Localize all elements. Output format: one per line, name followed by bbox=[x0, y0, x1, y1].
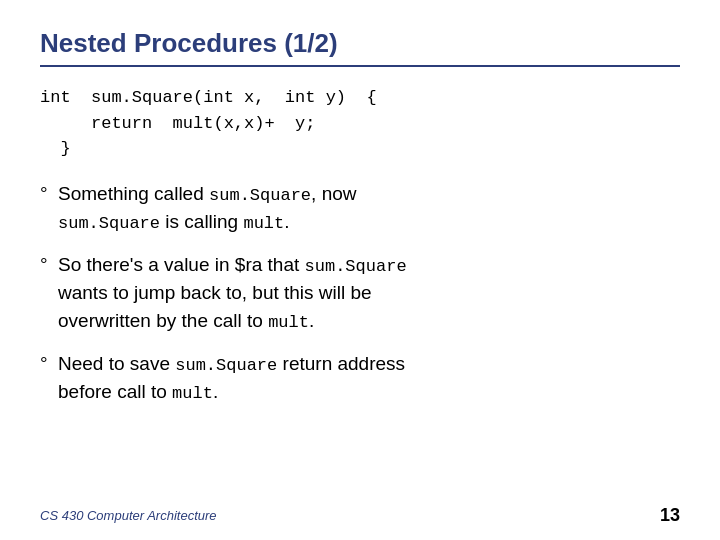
code-block: int sum.Square(int x, int y) { return mu… bbox=[40, 85, 680, 162]
bullet2-line3: overwritten by the call to mult. bbox=[58, 307, 680, 336]
title-text: Nested Procedures (1/2) bbox=[40, 28, 338, 58]
bullet2-line2: wants to jump back to, but this will be bbox=[58, 279, 680, 307]
bullet-item-3: Need to save sum.Square return address b… bbox=[40, 350, 680, 407]
footer: CS 430 Computer Architecture 13 bbox=[40, 505, 680, 526]
code-inline-mult2: mult bbox=[268, 313, 309, 332]
bullet1-line2: sum.Square is calling mult. bbox=[58, 208, 680, 237]
bullet1-line1: Something called sum.Square, now bbox=[58, 180, 680, 209]
code-inline-mult1: mult bbox=[243, 214, 284, 233]
slide-title: Nested Procedures (1/2) bbox=[40, 28, 680, 67]
footer-page: 13 bbox=[660, 505, 680, 526]
bullet2-line1: So there's a value in $ra that sum.Squar… bbox=[58, 251, 680, 280]
code-inline-sumsquare3: sum.Square bbox=[305, 257, 407, 276]
code-inline-sumsquare1: sum.Square bbox=[209, 186, 311, 205]
code-inline-sumsquare2: sum.Square bbox=[58, 214, 160, 233]
bullet-item-1: Something called sum.Square, now sum.Squ… bbox=[40, 180, 680, 237]
bullet-item-2: So there's a value in $ra that sum.Squar… bbox=[40, 251, 680, 336]
footer-course: CS 430 Computer Architecture bbox=[40, 508, 217, 523]
bullet3-line2: before call to mult. bbox=[58, 378, 680, 407]
slide-container: Nested Procedures (1/2) int sum.Square(i… bbox=[0, 0, 720, 540]
code-inline-sumsquare4: sum.Square bbox=[175, 356, 277, 375]
code-inline-mult3: mult bbox=[172, 384, 213, 403]
bullet3-line1: Need to save sum.Square return address bbox=[58, 350, 680, 379]
